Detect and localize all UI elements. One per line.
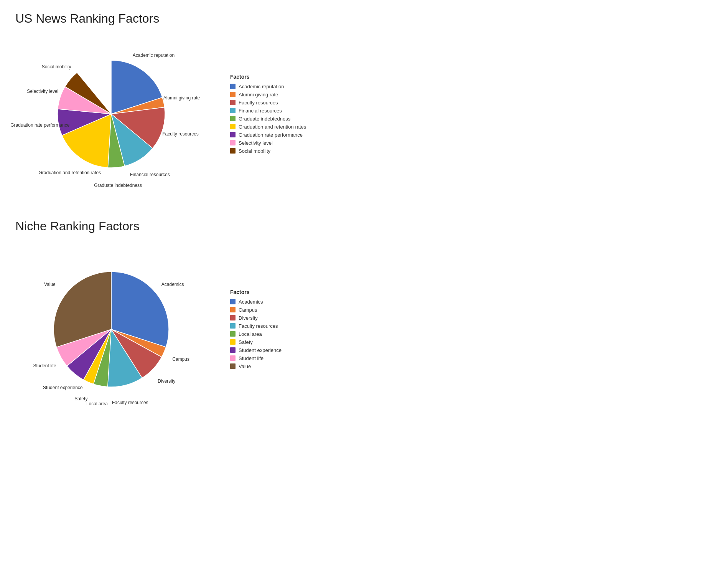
pie-label: Faculty resources (112, 400, 148, 405)
niche-title: Niche Ranking Factors (15, 219, 713, 233)
pie-label: Financial resources (130, 172, 170, 177)
legend-label: Faculty resources (239, 100, 278, 106)
legend-item: Faculty resources (230, 100, 315, 106)
legend-label: Graduation and retention rates (239, 124, 306, 130)
legend-color-box (230, 347, 236, 353)
pie-label: Academic reputation (133, 53, 175, 58)
pie-label: Value (44, 282, 56, 287)
pie-label: Alumni giving rate (163, 95, 200, 101)
pie-label: Graduation and retention rates (39, 170, 101, 175)
legend-label: Campus (239, 307, 257, 313)
legend-label: Academics (239, 299, 263, 305)
legend-label: Selectivity level (239, 140, 273, 146)
pie-label: Social mobility (42, 64, 71, 69)
legend-color-box (230, 132, 236, 137)
niche-legend-items: AcademicsCampusDiversityFaculty resource… (230, 299, 315, 369)
pie-label: Student experience (43, 385, 83, 390)
legend-item: Academics (230, 299, 315, 305)
pie-label: Graduate indebtedness (94, 183, 142, 188)
legend-color-box (230, 124, 236, 129)
legend-item: Value (230, 363, 315, 369)
usnews-legend: Factors Academic reputationAlumni giving… (230, 74, 315, 156)
legend-color-box (230, 92, 236, 97)
niche-legend: Factors AcademicsCampusDiversityFaculty … (230, 289, 315, 372)
legend-label: Graduation rate performance (239, 132, 303, 138)
legend-label: Faculty resources (239, 323, 278, 329)
legend-color-box (230, 323, 236, 329)
legend-item: Financial resources (230, 108, 315, 114)
pie-label: Safety (74, 396, 87, 401)
usnews-title: US News Ranking Factors (15, 12, 713, 26)
legend-label: Academic reputation (239, 84, 284, 89)
usnews-pie-wrapper: Academic reputationAlumni giving rateFac… (15, 41, 207, 188)
pie-label: Local area (86, 401, 108, 406)
legend-item: Diversity (230, 315, 315, 321)
legend-item: Social mobility (230, 148, 315, 154)
legend-color-box (230, 363, 236, 369)
niche-section: Niche Ranking Factors AcademicsCampusDiv… (15, 219, 713, 411)
legend-item: Campus (230, 307, 315, 313)
legend-color-box (230, 148, 236, 154)
legend-label: Financial resources (239, 108, 282, 114)
legend-item: Student experience (230, 347, 315, 353)
usnews-section: US News Ranking Factors Academic reputat… (15, 12, 713, 188)
legend-label: Graduate indebtedness (239, 116, 290, 122)
legend-label: Social mobility (239, 148, 270, 154)
legend-item: Faculty resources (230, 323, 315, 329)
legend-label: Diversity (239, 315, 258, 321)
pie-label: Student life (33, 363, 56, 368)
usnews-legend-title: Factors (230, 74, 315, 80)
legend-item: Graduation and retention rates (230, 124, 315, 130)
niche-pie-chart: AcademicsCampusDiversityFaculty resource… (15, 249, 207, 410)
legend-item: Safety (230, 339, 315, 345)
legend-item: Graduation rate performance (230, 132, 315, 138)
legend-color-box (230, 339, 236, 345)
page-container: US News Ranking Factors Academic reputat… (15, 12, 713, 411)
usnews-chart-container: Academic reputationAlumni giving rateFac… (15, 41, 713, 188)
legend-color-box (230, 331, 236, 337)
niche-chart-container: AcademicsCampusDiversityFaculty resource… (15, 249, 713, 411)
legend-color-box (230, 307, 236, 312)
legend-label: Safety (239, 339, 253, 345)
legend-label: Value (239, 363, 251, 369)
legend-color-box (230, 116, 236, 121)
usnews-legend-items: Academic reputationAlumni giving rateFac… (230, 84, 315, 154)
legend-color-box (230, 84, 236, 89)
niche-pie-wrapper: AcademicsCampusDiversityFaculty resource… (15, 249, 207, 411)
pie-label: Graduation rate performance (10, 122, 69, 128)
pie-label: Diversity (158, 378, 175, 384)
pie-label: Campus (172, 357, 189, 362)
usnews-pie-chart: Academic reputationAlumni giving rateFac… (15, 41, 207, 187)
legend-label: Local area (239, 331, 262, 337)
legend-color-box (230, 108, 236, 113)
legend-item: Student life (230, 355, 315, 361)
legend-color-box (230, 140, 236, 145)
legend-color-box (230, 100, 236, 105)
pie-label: Academics (161, 282, 184, 287)
legend-item: Selectivity level (230, 140, 315, 146)
legend-color-box (230, 315, 236, 320)
legend-item: Graduate indebtedness (230, 116, 315, 122)
pie-label: Selectivity level (27, 89, 58, 94)
legend-color-box (230, 299, 236, 304)
legend-item: Alumni giving rate (230, 92, 315, 97)
pie-label: Faculty resources (162, 131, 199, 137)
legend-label: Alumni giving rate (239, 92, 278, 97)
legend-label: Student life (239, 355, 264, 361)
legend-item: Local area (230, 331, 315, 337)
niche-legend-title: Factors (230, 289, 315, 295)
legend-label: Student experience (239, 347, 282, 353)
legend-color-box (230, 355, 236, 361)
legend-item: Academic reputation (230, 84, 315, 89)
